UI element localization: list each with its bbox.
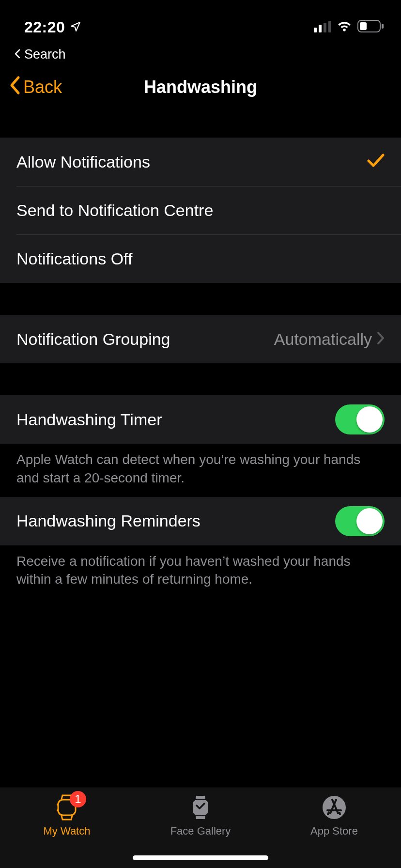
section-handwashing-reminders: Handwashing Reminders bbox=[0, 497, 401, 545]
tab-app-store[interactable]: App Store bbox=[267, 793, 401, 855]
content: Allow Notifications Send to Notification… bbox=[0, 108, 401, 598]
svg-rect-1 bbox=[319, 25, 322, 32]
row-allow-notifications[interactable]: Allow Notifications bbox=[0, 138, 401, 186]
breadcrumb-back-icon bbox=[14, 47, 21, 62]
check-icon bbox=[367, 153, 385, 171]
handwashing-reminders-desc: Receive a notification if you haven’t wa… bbox=[0, 545, 401, 599]
handwashing-reminders-toggle[interactable] bbox=[335, 506, 385, 536]
handwashing-timer-desc: Apple Watch can detect when you’re washi… bbox=[0, 444, 401, 497]
notification-grouping-label: Notification Grouping bbox=[16, 330, 170, 349]
status-bar: 22:20 bbox=[0, 0, 401, 43]
watch-icon: 1 bbox=[54, 793, 79, 822]
chevron-right-icon bbox=[377, 330, 385, 349]
tab-face-gallery[interactable]: Face Gallery bbox=[134, 793, 267, 855]
tab-app-store-label: App Store bbox=[310, 825, 358, 837]
svg-rect-2 bbox=[324, 23, 326, 32]
row-handwashing-timer: Handwashing Timer bbox=[0, 395, 401, 444]
svg-point-11 bbox=[323, 796, 346, 819]
battery-icon bbox=[357, 18, 385, 36]
home-indicator[interactable] bbox=[133, 855, 268, 860]
notification-grouping-value: Automatically bbox=[274, 330, 372, 349]
app-store-icon bbox=[322, 793, 347, 822]
status-right bbox=[314, 18, 385, 36]
back-button[interactable]: Back bbox=[9, 76, 62, 99]
svg-rect-3 bbox=[328, 21, 331, 32]
handwashing-timer-label: Handwashing Timer bbox=[16, 410, 162, 429]
row-send-notification-centre[interactable]: Send to Notification Centre bbox=[0, 186, 401, 234]
nav-header: Back Handwashing bbox=[0, 66, 401, 108]
chevron-left-icon bbox=[9, 76, 21, 99]
svg-point-9 bbox=[57, 809, 59, 811]
row-notification-grouping[interactable]: Notification Grouping Automatically bbox=[0, 315, 401, 363]
tab-my-watch[interactable]: 1 My Watch bbox=[0, 793, 134, 855]
location-icon bbox=[70, 18, 81, 36]
send-notification-centre-label: Send to Notification Centre bbox=[16, 201, 213, 220]
row-handwashing-reminders: Handwashing Reminders bbox=[0, 497, 401, 545]
row-notifications-off[interactable]: Notifications Off bbox=[0, 234, 401, 283]
section-notification-options: Allow Notifications Send to Notification… bbox=[0, 138, 401, 283]
cellular-icon bbox=[314, 18, 331, 36]
status-left: 22:20 bbox=[24, 18, 81, 36]
tab-face-gallery-label: Face Gallery bbox=[170, 825, 231, 837]
section-handwashing-timer: Handwashing Timer bbox=[0, 395, 401, 444]
my-watch-badge: 1 bbox=[70, 791, 86, 807]
section-grouping: Notification Grouping Automatically bbox=[0, 315, 401, 363]
back-label: Back bbox=[23, 77, 62, 97]
allow-notifications-label: Allow Notifications bbox=[16, 153, 150, 171]
svg-rect-0 bbox=[314, 28, 317, 32]
breadcrumb-label: Search bbox=[24, 47, 66, 62]
handwashing-timer-toggle[interactable] bbox=[335, 404, 385, 434]
status-time: 22:20 bbox=[24, 18, 65, 36]
svg-point-8 bbox=[57, 804, 59, 806]
notifications-off-label: Notifications Off bbox=[16, 249, 132, 268]
svg-rect-6 bbox=[382, 24, 384, 29]
handwashing-reminders-label: Handwashing Reminders bbox=[16, 512, 200, 530]
tab-my-watch-label: My Watch bbox=[44, 825, 91, 837]
svg-rect-5 bbox=[360, 22, 367, 30]
breadcrumb[interactable]: Search bbox=[0, 43, 401, 66]
face-gallery-icon bbox=[189, 793, 212, 822]
wifi-icon bbox=[336, 18, 353, 36]
